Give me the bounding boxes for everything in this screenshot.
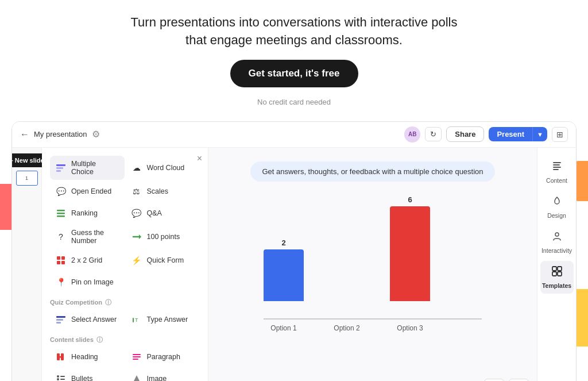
present-caret-button[interactable]: ▼: [532, 127, 547, 141]
topbar: ← My presentation ⚙ AB ↻ Share Present ▼…: [12, 122, 576, 148]
svg-point-23: [57, 375, 59, 378]
open-ended-icon: 💬: [55, 185, 67, 198]
paragraph-icon: [130, 351, 143, 363]
get-started-button[interactable]: Get started, it's free: [230, 60, 358, 87]
svg-rect-34: [558, 272, 562, 276]
slide-type-panel: × Multiple Choice☁Word Cloud💬Open Ended⚖…: [42, 148, 208, 381]
slide-type-ranking[interactable]: Ranking: [50, 203, 125, 224]
share-button[interactable]: Share: [446, 126, 484, 142]
scales-icon: ⚖: [130, 185, 143, 198]
quick-form-label: Quick Form: [147, 256, 184, 264]
main-area: + New slide 1 × Multiple Choice☁Word Clo…: [12, 148, 576, 381]
slide-type-type-answer[interactable]: TType Answer: [126, 309, 200, 330]
100-points-label: 100 points: [147, 233, 180, 241]
slide-type-quick-form[interactable]: ⚡Quick Form: [126, 250, 200, 271]
svg-rect-4: [57, 213, 65, 214]
slide-type-pin-on-image[interactable]: 📍Pin on Image: [50, 272, 125, 293]
right-panel-content[interactable]: Content: [540, 156, 574, 188]
100-points-icon: [130, 230, 143, 243]
svg-point-25: [57, 378, 59, 380]
content-section-label: Content slides ⓘ: [50, 336, 200, 344]
svg-marker-7: [139, 234, 141, 239]
svg-rect-3: [57, 210, 65, 211]
design-panel-icon: [551, 195, 563, 210]
hero-title: Turn presentations into conversations wi…: [11, 14, 577, 49]
right-panel-interactivity[interactable]: Interactivity: [540, 226, 574, 259]
pin-on-image-label: Pin on Image: [71, 278, 114, 286]
slide-type-select-answer[interactable]: Select Answer: [50, 309, 125, 330]
slide-type-guess-number[interactable]: ?Guess the Number: [50, 225, 125, 249]
slide-type-multiple-choice[interactable]: Multiple Choice: [50, 156, 125, 180]
hero-section: Turn presentations into conversations wi…: [0, 0, 588, 116]
quick-form-icon: ⚡: [130, 254, 143, 267]
svg-rect-24: [60, 376, 65, 377]
slide-type-100-points[interactable]: 100 points: [126, 225, 200, 249]
quiz-info-icon: ⓘ: [105, 298, 111, 307]
slide-type-open-ended[interactable]: 💬Open Ended: [50, 181, 125, 202]
scales-label: Scales: [147, 187, 169, 195]
svg-rect-12: [56, 316, 65, 318]
settings-button[interactable]: ⚙: [92, 129, 100, 140]
slide-type-2x2-grid[interactable]: 2 x 2 Grid: [50, 250, 125, 271]
2x2-grid-label: 2 x 2 Grid: [71, 256, 102, 264]
panel-close-button[interactable]: ×: [197, 153, 202, 164]
image-label: Image: [147, 375, 167, 381]
svg-rect-0: [56, 164, 65, 166]
heading-label: Heading: [71, 353, 98, 361]
slide-number: 1: [25, 175, 28, 181]
chart-labels: Option 1Option 2Option 3: [264, 324, 482, 332]
bar-chart-container: 26 Option 1Option 2Option 3: [264, 193, 482, 332]
svg-rect-14: [56, 322, 61, 324]
topbar-right: AB ↻ Share Present ▼ ⊞: [404, 126, 568, 143]
slide-thumbnail-1[interactable]: 1: [16, 171, 38, 186]
slide-type-word-cloud[interactable]: ☁Word Cloud: [126, 156, 200, 180]
svg-rect-5: [57, 215, 65, 217]
person-button[interactable]: 👤: [509, 379, 529, 381]
bar-rect: [264, 249, 304, 301]
app-window: ← My presentation ⚙ AB ↻ Share Present ▼…: [11, 121, 577, 381]
qa-icon: 💬: [130, 207, 143, 220]
chart-label: Option 2: [327, 324, 367, 332]
slide-hint: Get answers, thoughts, or feedback with …: [250, 161, 494, 182]
slide-type-bullets[interactable]: Bullets: [50, 368, 125, 381]
slide-type-paragraph[interactable]: Paragraph: [126, 347, 200, 367]
slide-type-image[interactable]: Image: [126, 368, 200, 381]
svg-rect-32: [558, 267, 562, 271]
guess-number-icon: ?: [55, 230, 67, 243]
content-info-icon: ⓘ: [96, 336, 103, 344]
svg-rect-15: [133, 318, 134, 322]
avatar: AB: [404, 126, 420, 143]
heading-icon: [55, 351, 67, 363]
bullets-icon: [55, 372, 67, 381]
select-answer-icon: [55, 313, 67, 326]
ranking-label: Ranking: [71, 209, 98, 217]
no-credit-card-label: No credit card needed: [11, 98, 577, 106]
content-type-grid: HeadingParagraphBulletsImage: [50, 347, 200, 381]
grid-view-button[interactable]: ⊞: [552, 127, 568, 142]
present-group: Present ▼: [489, 127, 547, 141]
right-panel: ContentDesignInteractivityTemplates: [537, 148, 576, 381]
slide-type-scales[interactable]: ⚖Scales: [126, 181, 200, 202]
svg-rect-19: [57, 356, 64, 358]
svg-rect-8: [57, 256, 60, 260]
slide-type-qa[interactable]: 💬Q&A: [126, 203, 200, 224]
content-panel-icon: [551, 160, 563, 175]
hero-title-line1: Turn presentations into conversations wi…: [130, 15, 457, 29]
topbar-left: ← My presentation ⚙: [20, 129, 404, 140]
back-button[interactable]: ←: [20, 129, 29, 140]
present-button[interactable]: Present: [489, 127, 532, 141]
refresh-button[interactable]: ↻: [425, 127, 442, 141]
thumbs-up-button[interactable]: 👍: [484, 379, 504, 381]
content-section-text: Content slides: [50, 336, 94, 343]
right-panel-design[interactable]: Design: [540, 191, 574, 224]
type-answer-icon: T: [130, 313, 143, 326]
bar-group-option-3: 6: [390, 195, 430, 301]
word-cloud-icon: ☁: [130, 161, 143, 174]
type-answer-label: Type Answer: [147, 315, 188, 324]
pin-on-image-icon: 📍: [55, 276, 67, 288]
interactivity-panel-label: Interactivity: [541, 247, 572, 254]
slide-type-heading[interactable]: Heading: [50, 347, 125, 367]
interactivity-panel-icon: [551, 230, 563, 245]
right-panel-templates[interactable]: Templates: [540, 261, 574, 294]
multiple-choice-icon: [55, 161, 67, 174]
